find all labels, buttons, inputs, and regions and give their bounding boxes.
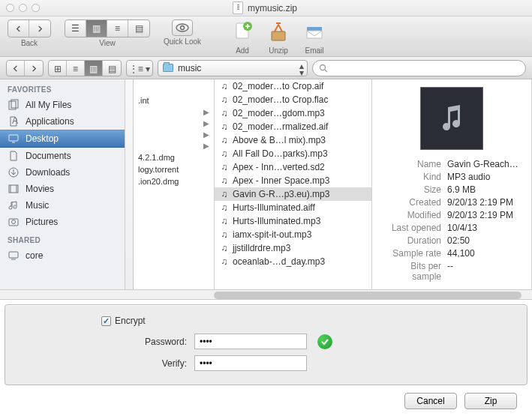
svg-rect-4 [272,31,285,40]
svg-rect-5 [307,27,322,31]
list-item[interactable]: ♫iamx-spit-it-out.mp3 [215,228,371,241]
list-view-button[interactable]: ≡ [107,20,128,37]
close-window[interactable] [6,4,14,12]
list-item[interactable]: ♫Above & B…l mix).mp3 [215,133,371,147]
arrange-button[interactable]: ⋮≡ ▾ [127,61,152,76]
quicklook-button[interactable] [172,19,193,36]
list-item[interactable]: .ion20.dmg [134,175,214,187]
list-item[interactable]: ♫02_moder…gdom.mp3 [215,106,371,120]
list-item[interactable]: ♫02_moder…to Crop.aif [215,79,371,93]
list-item[interactable]: ▶ [134,129,214,140]
meta-value: 6.9 MB [447,184,522,195]
meta-label: Bits per sample [381,261,441,282]
meta-label: Size [381,184,441,195]
desktop-icon [8,133,20,145]
zoom-window[interactable] [32,4,40,12]
list-item[interactable]: ▶ [134,118,214,129]
sidebar-item-label: Movies [26,184,54,194]
sidebar-item-label: Desktop [26,133,59,144]
sidebar-item-documents[interactable]: Documents [0,148,133,164]
pathbar: ⊞ ≡ ▥ ▤ ⋮≡ ▾ music ▴▾ [0,57,532,79]
list-item[interactable]: ♫02_moder…to Crop.flac [215,93,371,106]
list-item[interactable]: ♫Apex - Inn…verted.sd2 [215,160,371,174]
verify-field[interactable] [194,355,307,371]
favorites-header: FAVORITES [0,79,133,97]
encrypt-checkbox[interactable]: ✓ [101,316,111,326]
sidebar-item-label: All My Files [26,100,71,110]
svg-point-1 [181,26,185,30]
password-label: Password: [20,337,194,347]
list-item[interactable]: 4.2.1.dmg [134,151,214,163]
back-button[interactable] [8,20,29,37]
encrypt-label: Encrypt [115,316,146,326]
search-icon [319,64,328,73]
search-field[interactable] [312,60,526,76]
audio-file-icon: ♫ [219,202,230,213]
svg-point-15 [12,220,16,224]
sidebar-item-movies[interactable]: Movies [0,181,133,197]
meta-value: MP3 audio [447,172,522,182]
list-item[interactable]: ▶ [134,106,214,118]
audio-file-icon: ♫ [219,229,230,240]
sidebar-item-music[interactable]: Music [0,197,133,214]
list-item[interactable]: ♫jjstilldrdre.mp3 [215,241,371,255]
column-1[interactable]: .int▶▶▶▶4.2.1.dmglogy.torrent.ion20.dmg [134,79,215,289]
sidebar-item-pictures[interactable]: Pictures [0,214,133,230]
list-item[interactable]: .int [134,94,214,106]
coverflow-view-button[interactable]: ▤ [128,20,149,37]
zip-button[interactable]: Zip [464,393,517,409]
list-item[interactable]: ♫oceanlab-…d_day.mp3 [215,255,371,268]
sidebar-item-downloads[interactable]: Downloads [0,164,133,181]
column-view-button[interactable]: ▥ [86,20,107,37]
column-2[interactable]: ♫02_moder…to Crop.aif♫02_moder…to Crop.f… [215,79,372,289]
sidebar-item-core[interactable]: core [0,247,133,264]
pictures-icon [8,216,20,228]
list-item[interactable]: ♫02_moder…rmalized.aif [215,120,371,133]
documents-icon [8,150,20,162]
svg-point-7 [320,64,326,70]
svg-point-0 [176,24,188,31]
sidebar-item-label: Documents [26,151,71,161]
unzip-button[interactable]: Unzip [266,19,291,55]
movies-icon [8,183,20,195]
audio-file-icon: ♫ [219,243,230,253]
meta-label: Duration [381,235,441,246]
preview-metadata: NameGavin G-Reach…KindMP3 audioSize6.9 M… [381,159,522,282]
path-list-view-button[interactable]: ≡ [67,61,85,76]
path-icon-view-button[interactable]: ⊞ [49,61,67,76]
dialog-buttons: Cancel Zip [0,385,532,416]
list-item[interactable]: ♫All Fall Do…parks).mp3 [215,147,371,160]
sidebar-item-label: Pictures [26,217,58,227]
icon-view-button[interactable]: ☰ [65,20,86,37]
chevron-right-icon: ▶ [203,130,209,139]
path-dropdown[interactable]: music ▴▾ [158,60,308,76]
list-item[interactable]: ♫Gavin G-R…p3.eu).mp3 [215,187,371,201]
email-button[interactable]: Email [302,19,327,55]
audio-file-icon: ♫ [219,216,230,226]
list-item[interactable]: ♫Apex - Inner Space.mp3 [215,174,371,187]
list-item[interactable]: ▶ [134,140,214,151]
path-forward-button[interactable] [25,61,43,76]
list-item[interactable]: logy.torrent [134,163,214,175]
svg-rect-16 [9,252,18,258]
path-coverflow-view-button[interactable]: ▤ [103,61,121,76]
path-back-button[interactable] [7,61,25,76]
audio-file-icon: ♫ [219,175,230,186]
minimize-window[interactable] [19,4,27,12]
list-item[interactable]: ♫Hurts-Illuminated.aiff [215,201,371,214]
sidebar-item-label: core [26,250,43,261]
cancel-button[interactable]: Cancel [404,393,457,409]
path-column-view-button[interactable]: ▥ [85,61,103,76]
sidebar-item-all-my-files[interactable]: All My Files [0,97,133,113]
sidebar-item-desktop[interactable]: Desktop [0,130,133,148]
add-button[interactable]: Add [230,19,255,55]
music-icon [8,199,20,211]
audio-file-icon: ♫ [219,162,230,172]
view-label: View [99,39,116,47]
list-item[interactable]: ♫Hurts-Illuminated.mp3 [215,214,371,228]
sidebar-item-applications[interactable]: A Applications [0,113,133,130]
forward-button[interactable] [29,20,50,37]
password-field[interactable] [194,334,307,349]
verify-label: Verify: [20,358,194,369]
horizontal-scrollbar[interactable] [0,289,532,300]
